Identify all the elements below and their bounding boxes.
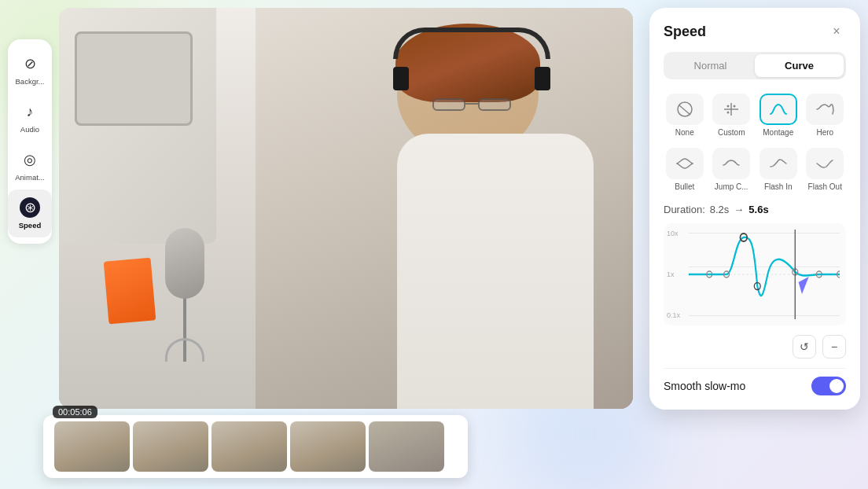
sidebar: ⊘ Backgr... ♪ Audio ◎ Animat... ⊛ Speed xyxy=(8,39,52,244)
speed-chart[interactable]: 10x 1x 0.1x xyxy=(664,223,846,325)
timeline-thumb xyxy=(211,421,287,472)
montage-icon-box xyxy=(760,94,797,125)
tab-normal[interactable]: Normal xyxy=(666,54,755,77)
svg-point-5 xyxy=(734,105,736,108)
curve-option-label: Flash Out xyxy=(808,182,842,191)
minus-button[interactable]: − xyxy=(822,335,846,358)
svg-line-1 xyxy=(679,105,690,115)
timeline-thumb xyxy=(369,421,444,472)
curve-option-label: Custom xyxy=(718,128,745,137)
svg-point-6 xyxy=(727,112,730,114)
chart-y-mid: 1x xyxy=(667,270,680,278)
timeline-thumb xyxy=(54,421,130,472)
duration-new-value: 5.6s xyxy=(748,204,768,215)
sidebar-item-label: Audio xyxy=(20,125,39,134)
chart-y-labels: 10x 1x 0.1x xyxy=(667,223,680,325)
timeline-strip: 00:05:06 xyxy=(43,415,468,478)
sidebar-item-audio[interactable]: ♪ Audio xyxy=(8,94,52,142)
timeline-thumb xyxy=(133,421,208,472)
duration-arrow: → xyxy=(734,204,744,215)
timeline-timestamp: 00:05:06 xyxy=(53,406,97,418)
sidebar-item-animate[interactable]: ◎ Animat... xyxy=(8,142,52,189)
sidebar-item-label: Animat... xyxy=(15,173,45,182)
duration-label: Duration: xyxy=(664,204,705,215)
svg-marker-16 xyxy=(799,277,809,294)
flash-out-icon-box xyxy=(806,148,844,179)
timeline-thumb xyxy=(290,421,366,472)
bullet-icon-box xyxy=(666,148,704,179)
chart-y-min: 0.1x xyxy=(667,311,680,319)
panel-title: Speed xyxy=(664,24,706,40)
curve-option-label: None xyxy=(675,128,694,137)
speed-icon: ⊛ xyxy=(20,197,40,218)
curve-option-label: Flash In xyxy=(764,182,793,191)
sidebar-item-label: Speed xyxy=(19,221,42,230)
jump-cut-icon-box xyxy=(712,148,750,179)
hero-icon-box xyxy=(806,94,844,125)
curve-option-hero[interactable]: Hero xyxy=(804,90,847,140)
curve-option-label: Bullet xyxy=(675,182,694,191)
tab-group: Normal Curve xyxy=(664,52,846,79)
background-icon: ⊘ xyxy=(20,53,40,74)
sidebar-item-background[interactable]: ⊘ Backgr... xyxy=(8,46,52,94)
curve-option-flash-in[interactable]: Flash In xyxy=(757,145,800,194)
undo-button[interactable]: ↺ xyxy=(793,335,816,358)
curve-option-label: Hero xyxy=(816,128,833,137)
video-area xyxy=(59,8,633,409)
close-button[interactable]: × xyxy=(827,22,846,41)
custom-icon-box xyxy=(712,94,750,125)
curve-option-jump-cut[interactable]: Jump C... xyxy=(711,145,753,194)
curve-option-none[interactable]: None xyxy=(664,90,706,140)
smooth-slow-mo-row: Smooth slow-mo xyxy=(664,368,846,395)
sidebar-item-speed[interactable]: ⊛ Speed xyxy=(8,189,52,237)
smooth-slow-mo-toggle[interactable] xyxy=(811,377,846,395)
sidebar-item-label: Backgr... xyxy=(16,77,45,86)
curve-options-grid: None Custom Montage Hero xyxy=(664,90,846,194)
duration-original: 8.2s xyxy=(710,204,730,215)
bottom-controls: ↺ − xyxy=(664,335,846,358)
curve-option-custom[interactable]: Custom xyxy=(711,90,753,140)
chart-y-max: 10x xyxy=(667,230,680,237)
tab-curve[interactable]: Curve xyxy=(755,54,844,77)
duration-row: Duration: 8.2s → 5.6s xyxy=(664,204,846,215)
curve-option-flash-out[interactable]: Flash Out xyxy=(804,145,847,194)
flash-in-icon-box xyxy=(760,148,797,179)
curve-option-montage[interactable]: Montage xyxy=(757,90,800,140)
svg-point-4 xyxy=(727,105,730,108)
curve-option-label: Jump C... xyxy=(715,182,748,191)
curve-option-bullet[interactable]: Bullet xyxy=(664,145,706,194)
none-icon-box xyxy=(666,94,704,125)
audio-icon: ♪ xyxy=(20,101,40,122)
chart-svg xyxy=(689,223,840,325)
animate-icon: ◎ xyxy=(20,149,40,170)
speed-panel: Speed × Normal Curve None Custom xyxy=(649,8,860,410)
smooth-slow-mo-label: Smooth slow-mo xyxy=(664,380,745,392)
panel-header: Speed × xyxy=(664,22,846,41)
curve-option-label: Montage xyxy=(763,128,793,137)
